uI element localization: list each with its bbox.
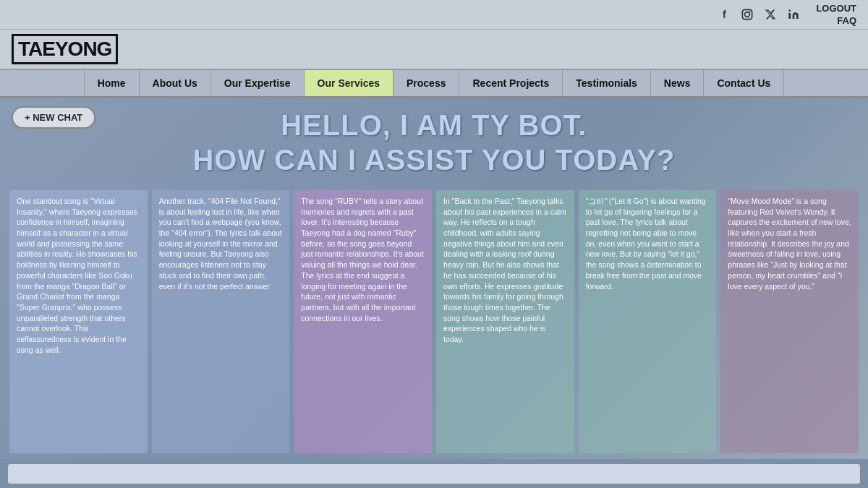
nav-item-process[interactable]: Process xyxy=(393,70,459,96)
hero-title: HELLO, I AM TY BOT. HOW CAN I ASSIST YOU… xyxy=(14,108,854,177)
nav: Home About Us Our Expertise Our Services… xyxy=(0,70,868,98)
card-5: "그리" ("Let It Go") is about wanting to l… xyxy=(579,190,717,453)
svg-point-1 xyxy=(745,12,750,17)
card-4: In "Back to the Past," Taeyong talks abo… xyxy=(436,190,574,453)
top-bar-right: LOGOUT FAQ xyxy=(816,3,856,26)
nav-item-news[interactable]: News xyxy=(651,70,705,96)
logo: TAEYONG xyxy=(12,34,118,64)
nav-item-contact[interactable]: Contact Us xyxy=(704,70,784,96)
main-content: + NEW CHAT HELLO, I AM TY BOT. HOW CAN I… xyxy=(0,98,868,488)
chat-input-bar xyxy=(0,459,868,488)
linkedin-icon[interactable] xyxy=(786,7,801,22)
nav-item-projects[interactable]: Recent Projects xyxy=(459,70,563,96)
chat-input[interactable] xyxy=(7,463,861,484)
cards-row: One standout song is "Virtual Insanity,"… xyxy=(0,184,868,459)
faq-link[interactable]: FAQ xyxy=(837,15,856,26)
card-2: Another track, "404 File Not Found," is … xyxy=(152,190,290,453)
logout-link[interactable]: LOGOUT xyxy=(816,3,856,14)
header: TAEYONG xyxy=(0,30,868,70)
card-6: "Move Mood Mode" is a song featuring Red… xyxy=(720,190,859,453)
facebook-icon[interactable]: f xyxy=(716,7,732,22)
nav-item-home[interactable]: Home xyxy=(84,70,140,96)
nav-item-testimonials[interactable]: Testimonials xyxy=(563,70,651,96)
twitter-icon[interactable] xyxy=(762,7,778,22)
svg-rect-0 xyxy=(743,9,752,19)
hero-section: HELLO, I AM TY BOT. HOW CAN I ASSIST YOU… xyxy=(0,98,868,184)
nav-item-services[interactable]: Our Services xyxy=(305,70,393,96)
social-icons: f xyxy=(716,7,801,22)
card-3: The song "RUBY" tells a story about memo… xyxy=(294,190,432,453)
top-bar: f LOGOUT FAQ xyxy=(0,0,868,30)
svg-point-2 xyxy=(749,11,751,12)
nav-item-expertise[interactable]: Our Expertise xyxy=(211,70,305,96)
new-chat-button[interactable]: + NEW CHAT xyxy=(12,106,95,129)
svg-point-3 xyxy=(789,9,791,12)
instagram-icon[interactable] xyxy=(739,7,755,22)
nav-item-about[interactable]: About Us xyxy=(140,70,211,96)
card-1: One standout song is "Virtual Insanity,"… xyxy=(9,190,148,453)
